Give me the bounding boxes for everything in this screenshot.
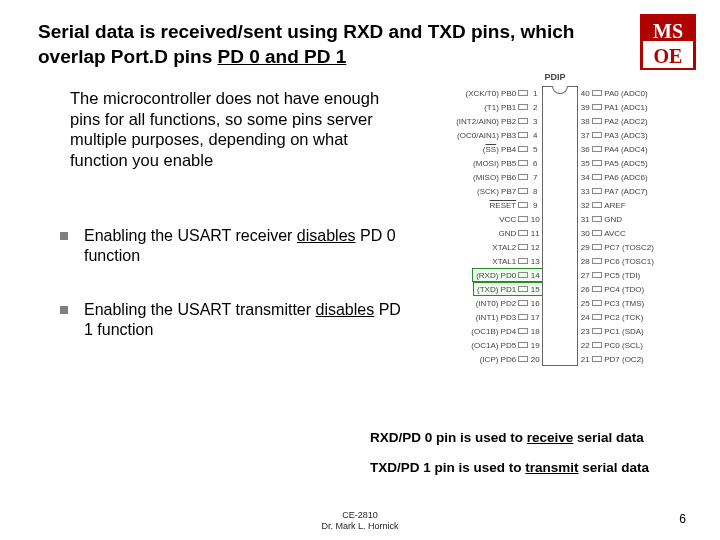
pin-number: 3: [528, 117, 542, 126]
pin-row-left: GND11: [496, 226, 542, 240]
pin-number: 29: [578, 243, 592, 252]
pin-number: 5: [528, 145, 542, 154]
pin-label: (OC1B) PD4: [469, 327, 518, 336]
pin-lead: [592, 202, 602, 208]
pin-label: PD7 (OC2): [602, 355, 646, 364]
pin-lead: [592, 356, 602, 362]
pin-number: 40: [578, 89, 592, 98]
pin-label: PC7 (TOSC2): [602, 243, 656, 252]
caption-u: receive: [527, 430, 574, 445]
pin-label: PA2 (ADC2): [602, 117, 649, 126]
pin-number: 31: [578, 215, 592, 224]
pin-row-right: 22PC0 (SCL): [578, 338, 645, 352]
pin-row-right: 30AVCC: [578, 226, 628, 240]
pin-row-left: (ICP) PD620: [478, 352, 542, 366]
pin-row-left: (SCK) PB78: [475, 184, 542, 198]
pin-row-left: (INT1) PD317: [474, 310, 542, 324]
pin-label: (T1) PB1: [482, 103, 518, 112]
pin-row-right: 35PA5 (ADC5): [578, 156, 649, 170]
pin-number: 8: [528, 187, 542, 196]
pin-number: 27: [578, 271, 592, 280]
pin-number: 10: [528, 215, 542, 224]
slide-title: Serial data is received/sent using RXD a…: [38, 20, 578, 69]
pin-label: (OC1A) PD5: [469, 341, 518, 350]
caption-rxd: RXD/PD 0 pin is used to receive serial d…: [370, 430, 644, 445]
pin-number: 18: [528, 327, 542, 336]
pin-number: 14: [528, 271, 542, 280]
pin-label: RESET: [488, 201, 519, 210]
pin-lead: [518, 328, 528, 334]
pin-lead: [592, 342, 602, 348]
pin-number: 12: [528, 243, 542, 252]
title-text-b: PD 0 and PD 1: [217, 46, 346, 67]
pin-lead: [592, 314, 602, 320]
pin-label: XTAL1: [490, 257, 518, 266]
pin-label: (INT0) PD2: [474, 299, 518, 308]
pin-label: PA0 (ADC0): [602, 89, 649, 98]
bullet-list: Enabling the USART receiver disables PD …: [60, 226, 410, 374]
pin-row-left: (XCK/T0) PB01: [464, 86, 543, 100]
pin-number: 9: [528, 201, 542, 210]
pin-label: PC6 (TOSC1): [602, 257, 656, 266]
pin-number: 37: [578, 131, 592, 140]
intro-paragraph: The microcontroller does not have enough…: [70, 88, 410, 171]
pin-lead: [592, 118, 602, 124]
pin-lead: [518, 286, 528, 292]
pin-label: (TXD) PD1: [475, 285, 518, 294]
pin-label: (MOSI) PB5: [471, 159, 518, 168]
pin-number: 1: [528, 89, 542, 98]
pin-lead: [592, 160, 602, 166]
pin-row-right: 36PA4 (ADC4): [578, 142, 649, 156]
pin-lead: [592, 286, 602, 292]
pin-lead: [518, 314, 528, 320]
right-pin-column: 40PA0 (ADC0)39PA1 (ADC1)38PA2 (ADC2)37PA…: [578, 86, 656, 366]
pin-lead: [592, 244, 602, 250]
pin-row-right: 29PC7 (TOSC2): [578, 240, 656, 254]
pin-number: 33: [578, 187, 592, 196]
pin-lead: [518, 244, 528, 250]
pin-lead: [518, 258, 528, 264]
pin-row-right: 38PA2 (ADC2): [578, 114, 649, 128]
bullet-item: Enabling the USART receiver disables PD …: [60, 226, 410, 266]
pin-row-right: 31GND: [578, 212, 624, 226]
pin-lead: [592, 90, 602, 96]
pin-lead: [592, 132, 602, 138]
pin-label: GND: [496, 229, 518, 238]
caption-a: TXD/PD 1 pin is used to: [370, 460, 525, 475]
pin-number: 36: [578, 145, 592, 154]
pin-number: 19: [528, 341, 542, 350]
pin-number: 39: [578, 103, 592, 112]
pin-row-right: 23PC1 (SDA): [578, 324, 646, 338]
pin-lead: [592, 188, 602, 194]
pin-label: (SS) PB4: [481, 145, 518, 154]
pin-lead: [518, 174, 528, 180]
pin-number: 25: [578, 299, 592, 308]
pin-row-right: 32AREF: [578, 198, 627, 212]
bullet-pre: Enabling the USART receiver: [84, 227, 297, 244]
pin-label: PC3 (TMS): [602, 299, 646, 308]
bullet-u: disables: [297, 227, 356, 244]
pin-row-left: RESET9: [488, 198, 543, 212]
pin-row-right: 40PA0 (ADC0): [578, 86, 649, 100]
caption-a: RXD/PD 0 pin is used to: [370, 430, 527, 445]
msoe-logo: MS OE: [640, 14, 696, 70]
pin-number: 2: [528, 103, 542, 112]
pin-label: (OC0/AIN1) PB3: [455, 131, 518, 140]
pin-lead: [518, 272, 528, 278]
pin-lead: [518, 118, 528, 124]
pin-row-right: 39PA1 (ADC1): [578, 100, 649, 114]
pin-row-left: (OC0/AIN1) PB34: [455, 128, 542, 142]
pin-lead: [518, 202, 528, 208]
pin-number: 20: [528, 355, 542, 364]
pin-lead: [518, 356, 528, 362]
pin-lead: [592, 328, 602, 334]
pin-row-left: (TXD) PD115: [475, 282, 542, 296]
pin-row-left: (OC1B) PD418: [469, 324, 542, 338]
pin-label: PC2 (TCK): [602, 313, 645, 322]
pin-lead: [592, 146, 602, 152]
pin-label: AVCC: [602, 229, 628, 238]
pin-row-right: 33PA7 (ADC7): [578, 184, 649, 198]
pin-number: 4: [528, 131, 542, 140]
pin-lead: [592, 174, 602, 180]
caption-b: serial data: [579, 460, 650, 475]
